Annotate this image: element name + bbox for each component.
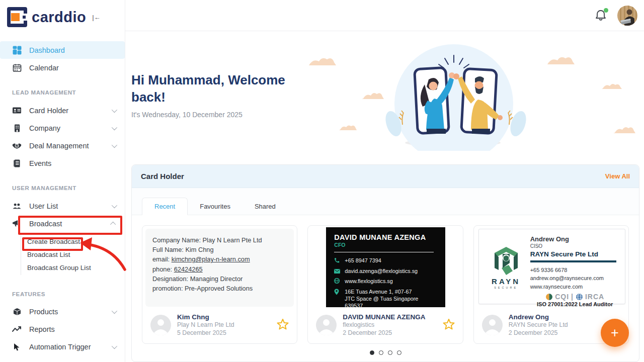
reports-chart-icon: [12, 325, 22, 334]
rayn-logo-subtext: SECURE: [494, 286, 518, 289]
sidebar-item-deal-management[interactable]: Deal Management: [0, 137, 125, 154]
card-text-line: Company Name: Play N Learn Pte Ltd: [152, 235, 287, 245]
card-text-line: email: kimchng@play-n-learn.com: [152, 254, 287, 264]
tab-shared[interactable]: Shared: [243, 198, 288, 215]
sidebar-item-label: Deal Management: [29, 142, 89, 150]
card-holder-name: DAVID MUNANE AZENGA: [343, 313, 425, 322]
location-pin-icon: [334, 289, 340, 297]
card-holder-card[interactable]: DAVID MUNANE AZENGA CFO +65 8947 7394 da…: [307, 225, 463, 344]
card-holder-date: 2 December 2025: [343, 329, 425, 337]
chevron-down-icon: [112, 107, 117, 112]
megaphone-icon: [12, 219, 22, 228]
submenu-item-create-broadcast[interactable]: Create Broadcast: [21, 235, 125, 248]
sidebar-item-label: Calendar: [29, 64, 59, 72]
card-holder-date: 2 December 2025: [509, 329, 568, 337]
rayn-logo-text: RAYN: [492, 277, 520, 286]
sidebar-item-label: Products: [29, 308, 58, 316]
card-list: Company Name: Play N Learn Pte Ltd Full …: [132, 215, 639, 344]
card-footer: DAVID MUNANE AZENGA flexlogistics 2 Dece…: [308, 307, 462, 343]
card-holder-date: 5 December 2025: [177, 329, 234, 337]
sidebar-item-dashboard[interactable]: Dashboard: [0, 41, 125, 59]
card-holder-name: Andrew Ong: [509, 313, 568, 322]
card-holder-card[interactable]: Company Name: Play N Learn Pte Ltd Full …: [142, 225, 297, 344]
card-address-line: 16E Tuas Avenue 1, #07-67JTC Space @ Tua…: [334, 288, 437, 308]
chevron-down-icon: [112, 124, 117, 130]
user-avatar[interactable]: [617, 6, 637, 26]
sidebar-item-label: Card Holder: [29, 107, 68, 115]
panel-title: Card Holder: [141, 172, 184, 180]
sidebar-item-label: User List: [29, 202, 58, 210]
pagination-dot[interactable]: [379, 350, 383, 355]
calendar-icon: [12, 63, 22, 72]
notification-badge: [604, 8, 608, 13]
add-card-fab-button[interactable]: +: [601, 319, 629, 347]
card-text-line: promotion: Pre-Approved Solutions: [152, 284, 287, 293]
sidebar-item-products[interactable]: Products: [0, 303, 125, 321]
greeting-heading: Hi Muhammad, Welcome back!: [131, 71, 292, 106]
card-holder-company: flexlogistics: [343, 321, 425, 329]
carousel-pagination: [132, 350, 639, 355]
irca-icon: [576, 293, 583, 301]
card-phone-line: +65 9336 6678: [530, 266, 620, 275]
cursor-icon: [12, 342, 22, 352]
card-person-name: DAVID MUNANE AZENGA: [334, 233, 437, 241]
sidebar-collapse-icon[interactable]: |←: [92, 14, 100, 21]
sidebar-nav: Dashboard Calendar LEAD MANAGEMENT Card …: [0, 28, 125, 356]
carddio-logo-icon: [7, 7, 27, 27]
sidebar-item-label: Events: [29, 159, 51, 167]
chevron-down-icon: [112, 343, 117, 349]
chevron-down-icon: [112, 308, 117, 314]
logo-text: carddio: [32, 9, 86, 26]
sidebar-item-broadcast[interactable]: Broadcast: [0, 215, 125, 232]
sidebar-item-automation-trigger[interactable]: Automation Trigger: [0, 338, 125, 356]
submenu-item-broadcast-list[interactable]: Broadcast List: [21, 248, 125, 261]
card-text-line: phone: 62424265: [152, 264, 287, 274]
sidebar-item-label: Broadcast: [29, 220, 62, 228]
sidebar-item-reports[interactable]: Reports: [0, 321, 125, 338]
sidebar-item-label: Company: [29, 124, 60, 132]
building-icon: [12, 123, 22, 133]
card-website-line: www.raynsecure.com: [530, 283, 620, 291]
users-icon: [12, 201, 22, 211]
pagination-dot[interactable]: [397, 350, 401, 355]
submenu-item-broadcast-group-list[interactable]: Broadcast Group List: [21, 261, 125, 275]
globe-icon: [334, 278, 340, 285]
mail-icon: [334, 268, 340, 275]
sidebar-item-calendar[interactable]: Calendar: [0, 59, 125, 76]
card-company-name: RAYN Secure Pte Ltd: [530, 250, 620, 258]
phone-icon: [334, 257, 340, 264]
sidebar-item-card-holder[interactable]: Card Holder: [0, 102, 125, 119]
panel-header: Card Holder View All: [132, 165, 639, 188]
card-person-role: CFO: [334, 242, 437, 248]
favourite-star-icon[interactable]: [277, 318, 289, 332]
events-doc-icon: [12, 158, 22, 168]
date-text: It's Wednesday, 10 December 2025: [131, 111, 243, 119]
card-person-name: Andrew Ong: [530, 235, 620, 243]
card-email-line: david.azenga@flexlogistics.sg: [334, 267, 437, 275]
pagination-dot[interactable]: [388, 350, 392, 355]
divider: [530, 260, 616, 262]
card-text-line: Designation: Managing Director: [152, 274, 287, 284]
card-email-line: andrew.ong@raynsecure.com: [530, 274, 620, 283]
avatar: [150, 315, 171, 335]
sidebar-item-company[interactable]: Company: [0, 119, 125, 137]
tab-favourites[interactable]: Favourites: [188, 198, 243, 215]
favourite-star-icon[interactable]: [443, 318, 455, 332]
pagination-dot[interactable]: [370, 350, 374, 355]
handshake-icon: [12, 141, 22, 150]
sidebar-item-label: Reports: [29, 325, 55, 333]
sidebar-item-user-list[interactable]: User List: [0, 197, 125, 215]
card-holder-company: RAYN Secure Pte Ltd: [509, 321, 568, 329]
cqi-icon: [545, 293, 553, 301]
tab-recent[interactable]: Recent: [142, 198, 188, 215]
chevron-down-icon: [112, 142, 117, 147]
section-header-features: FEATURES: [0, 291, 125, 297]
sidebar-item-events[interactable]: Events: [0, 154, 125, 172]
chevron-up-icon: [110, 221, 116, 227]
card-holder-panel: Card Holder View All Recent Favourites S…: [131, 164, 639, 362]
avatar: [482, 315, 503, 335]
view-all-link[interactable]: View All: [605, 172, 630, 180]
business-card-image: DAVID MUNANE AZENGA CFO +65 8947 7394 da…: [308, 226, 462, 308]
card-person-role: CISO: [530, 243, 620, 249]
notification-bell-icon[interactable]: [595, 9, 608, 22]
